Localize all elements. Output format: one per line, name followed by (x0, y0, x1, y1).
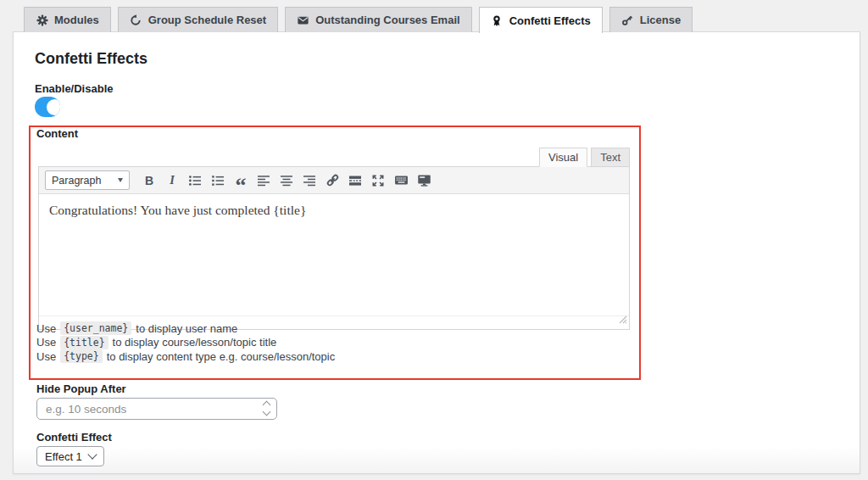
editor-mode-tabs: Visual Text (38, 148, 630, 166)
tab-outstanding-courses-email[interactable]: Outstanding Courses Email (285, 7, 471, 32)
bold-button[interactable]: B (138, 171, 160, 190)
hint-suffix: to display content type e.g. course/less… (107, 350, 336, 363)
type-placeholder-code: {type} (60, 349, 103, 363)
visual-tab[interactable]: Visual (539, 148, 587, 167)
text-tab[interactable]: Text (591, 148, 630, 167)
hint-title: Use {title} to display course/lesson/top… (36, 336, 335, 349)
enable-toggle[interactable] (35, 97, 60, 117)
numbered-list-icon[interactable] (207, 171, 229, 190)
toggle-knob (47, 99, 60, 115)
envelope-icon (297, 14, 309, 26)
blockquote-icon[interactable]: “ (230, 166, 252, 195)
reset-icon (130, 14, 142, 26)
tab-label: Outstanding Courses Email (315, 14, 459, 26)
hint-prefix: Use (36, 350, 56, 363)
tab-bar: Modules Group Schedule Reset Outstanding… (24, 7, 693, 32)
hide-popup-label: Hide Popup After (36, 382, 126, 395)
number-stepper[interactable] (264, 402, 270, 415)
placeholder-hints: Use {user_name} to display user name Use… (36, 321, 335, 364)
confetti-effect-select[interactable]: Effect 1 (36, 446, 104, 466)
tab-label: License (640, 14, 681, 26)
chevron-down-icon (263, 408, 271, 416)
hint-prefix: Use (36, 322, 56, 335)
resize-grip-icon[interactable] (619, 312, 627, 327)
hide-popup-field (36, 398, 277, 420)
settings-page: Modules Group Schedule Reset Outstanding… (0, 0, 868, 480)
hint-user-name: Use {user_name} to display user name (36, 321, 335, 335)
tab-confetti-effects[interactable]: Confetti Effects (479, 7, 603, 33)
hint-type: Use {type} to display content type e.g. … (36, 349, 335, 363)
align-center-icon[interactable] (275, 171, 298, 190)
hint-prefix: Use (36, 336, 56, 349)
gear-icon (36, 14, 48, 26)
confetti-effect-value: Effect 1 (45, 450, 82, 463)
hint-suffix: to display course/lesson/topic title (113, 336, 277, 349)
fullscreen-icon[interactable] (367, 171, 389, 190)
editor-toolbar: Paragraph B I “ (39, 167, 629, 194)
content-editor: Visual Text Paragraph B I (38, 148, 630, 330)
confetti-effect-label: Confetti Effect (36, 431, 112, 444)
enable-disable-label: Enable/Disable (35, 82, 113, 95)
key-icon (621, 14, 634, 26)
bulleted-list-icon[interactable] (184, 171, 206, 190)
monitor-icon[interactable] (413, 171, 435, 190)
align-right-icon[interactable] (298, 171, 320, 190)
italic-button[interactable]: I (161, 171, 183, 190)
user-name-placeholder-code: {user_name} (60, 321, 131, 335)
paragraph-dropdown-value: Paragraph (52, 175, 101, 187)
read-more-icon[interactable] (344, 171, 366, 190)
hint-suffix: to display user name (136, 322, 237, 335)
medal-icon (491, 14, 504, 27)
hide-popup-input[interactable] (36, 398, 277, 420)
page-title: Confetti Effects (35, 50, 147, 68)
chevron-down-icon (87, 449, 97, 459)
settings-panel: Confetti Effects Enable/Disable Content … (13, 31, 860, 474)
content-label: Content (36, 127, 78, 140)
tab-label: Modules (54, 14, 99, 26)
tab-label: Group Schedule Reset (148, 14, 266, 26)
keyboard-icon[interactable] (390, 171, 412, 190)
paragraph-dropdown[interactable]: Paragraph (45, 170, 130, 190)
caret-down-icon (118, 178, 123, 182)
editor-content[interactable]: Congratulations! You have just completed… (39, 194, 629, 315)
tab-modules[interactable]: Modules (24, 7, 111, 32)
align-left-icon[interactable] (253, 171, 275, 190)
tab-group-schedule-reset[interactable]: Group Schedule Reset (118, 7, 278, 32)
tab-label: Confetti Effects (509, 14, 591, 27)
title-placeholder-code: {title} (60, 336, 108, 349)
link-icon[interactable] (321, 171, 343, 190)
tab-license[interactable]: License (609, 7, 693, 32)
editor-box: Paragraph B I “ (38, 166, 630, 330)
